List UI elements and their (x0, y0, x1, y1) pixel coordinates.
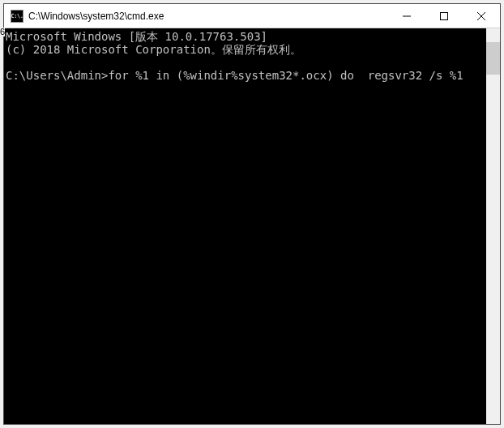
cmd-window: C:\. C:\Windows\system32\cmd.exe Mic (3, 3, 501, 425)
window-controls (388, 4, 500, 28)
terminal-area[interactable]: Microsoft Windows [版本 10.0.17763.503] (c… (4, 28, 500, 424)
cmd-icon: C:\. (11, 10, 23, 23)
scrollbar-thumb[interactable] (486, 42, 500, 75)
terminal-content: Microsoft Windows [版本 10.0.17763.503] (c… (6, 30, 485, 82)
minimize-icon (403, 12, 411, 20)
maximize-button[interactable] (425, 4, 463, 28)
minimize-button[interactable] (388, 4, 425, 28)
terminal-prompt-line: C:\Users\Admin>for %1 in (%windir%system… (6, 69, 463, 82)
close-icon (477, 12, 485, 20)
close-button[interactable] (463, 4, 500, 28)
window-title: C:\Windows\system32\cmd.exe (28, 11, 388, 22)
scrollbar-track[interactable] (486, 28, 500, 424)
maximize-icon (440, 12, 448, 20)
titlebar[interactable]: C:\. C:\Windows\system32\cmd.exe (4, 4, 500, 28)
page-indicator: 6 (0, 28, 5, 36)
terminal-line: Microsoft Windows [版本 10.0.17763.503] (6, 30, 267, 43)
terminal-line: (c) 2018 Microsoft Corporation。保留所有权利。 (6, 43, 301, 56)
svg-rect-1 (441, 12, 448, 19)
